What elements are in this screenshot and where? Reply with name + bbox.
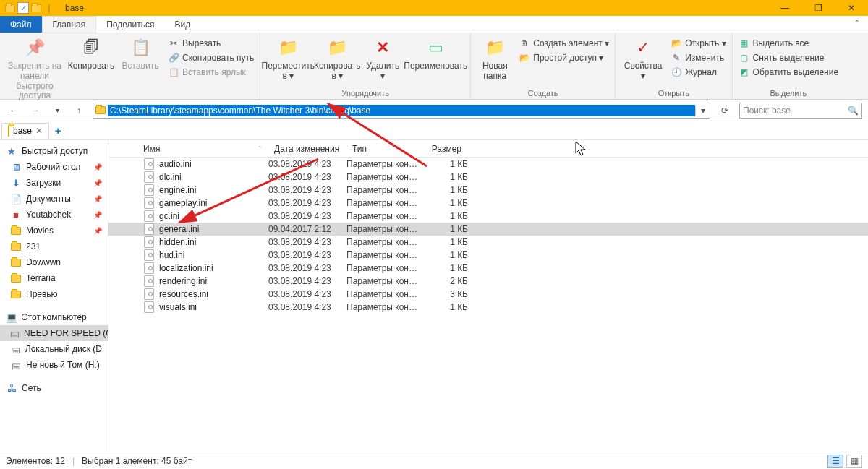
copy-button[interactable]: 🗐 Копировать bbox=[69, 36, 113, 72]
forward-button[interactable]: → bbox=[27, 103, 43, 119]
refresh-button[interactable]: ⟳ bbox=[716, 103, 733, 119]
folder-tab[interactable]: base ✕ bbox=[1, 123, 49, 139]
paste-button[interactable]: 📋 Вставить bbox=[119, 36, 162, 72]
open-button[interactable]: 📂Открыть ▾ bbox=[671, 36, 726, 51]
address-path[interactable]: C:\SteamLibrary\steamapps\common\The Wit… bbox=[108, 105, 695, 116]
ini-file-icon bbox=[143, 262, 155, 274]
file-row[interactable]: visuals.ini03.08.2019 4:23Параметры конф… bbox=[109, 301, 868, 314]
details-view-button[interactable]: ☰ bbox=[827, 455, 843, 468]
file-size: 1 КБ bbox=[420, 185, 468, 195]
new-folder-button[interactable]: 📁Новая папка bbox=[477, 36, 513, 82]
ribbon-collapse-button[interactable]: ˆ bbox=[846, 16, 868, 33]
home-tab[interactable]: Главная bbox=[42, 16, 97, 33]
file-row[interactable]: hidden.ini03.08.2019 4:23Параметры конф.… bbox=[109, 236, 868, 249]
file-size: 1 КБ bbox=[420, 211, 468, 221]
window-title: base bbox=[59, 3, 84, 13]
drive-icon: 🖴 bbox=[10, 343, 21, 355]
file-row[interactable]: gameplay.ini03.08.2019 4:23Параметры кон… bbox=[109, 197, 868, 210]
address-field[interactable]: C:\SteamLibrary\steamapps\common\The Wit… bbox=[93, 103, 710, 119]
nav-youtabchek[interactable]: ■Youtabchek📌 bbox=[0, 207, 108, 223]
qa-divider: | bbox=[43, 2, 55, 14]
file-row[interactable]: gc.ini03.08.2019 4:23Параметры конф...1 … bbox=[109, 210, 868, 223]
sort-asc-icon: ˄ bbox=[258, 145, 262, 152]
file-size: 1 КБ bbox=[420, 172, 468, 182]
file-date: 03.08.2019 4:23 bbox=[268, 198, 346, 208]
pin-icon: 📌 bbox=[93, 227, 102, 235]
address-dropdown-icon[interactable]: ▾ bbox=[695, 106, 710, 116]
cut-button[interactable]: ✂Вырезать bbox=[168, 36, 254, 51]
properties-button[interactable]: ✓Свойства ▾ bbox=[621, 36, 665, 82]
file-row[interactable]: dlc.ini03.08.2019 4:23Параметры конф...1… bbox=[109, 171, 868, 184]
select-all-button[interactable]: ▦Выделить все bbox=[739, 36, 839, 51]
file-row[interactable]: engine.ini03.08.2019 4:23Параметры конф.… bbox=[109, 184, 868, 197]
nav-nfs[interactable]: 🖴NEED FOR SPEED (G bbox=[0, 325, 108, 341]
file-pane[interactable]: Имя˄ Дата изменения Тип Размер audio.ini… bbox=[109, 140, 868, 452]
select-none-icon: ▢ bbox=[739, 52, 750, 64]
nav-231[interactable]: 231 bbox=[0, 238, 108, 254]
copy-to-button[interactable]: 📁Копировать в ▾ bbox=[315, 36, 359, 82]
copy-path-button[interactable]: 🔗Скопировать путь bbox=[168, 51, 254, 65]
rename-button[interactable]: ▭Переименовать bbox=[407, 36, 464, 72]
ini-file-icon bbox=[143, 184, 155, 196]
organize-group-title: Упорядочить bbox=[266, 87, 464, 98]
easy-access-button[interactable]: 📂Простой доступ ▾ bbox=[519, 51, 609, 65]
search-box[interactable]: Поиск: base 🔍 bbox=[739, 103, 862, 119]
select-all-icon: ▦ bbox=[739, 38, 750, 49]
up-button[interactable]: ↑ bbox=[71, 103, 87, 119]
view-tab[interactable]: Вид bbox=[164, 16, 200, 33]
file-type: Параметры конф... bbox=[346, 198, 420, 208]
back-button[interactable]: ← bbox=[6, 103, 22, 119]
history-button[interactable]: 🕘Журнал bbox=[671, 65, 726, 79]
recent-button[interactable]: ▾ bbox=[49, 103, 65, 119]
quick-access[interactable]: ★Быстрый доступ bbox=[0, 143, 108, 159]
pin-to-quick-access-button[interactable]: 📌 Закрепить на панели быстрого доступа bbox=[6, 36, 64, 101]
edit-button[interactable]: ✎Изменить bbox=[671, 51, 726, 65]
col-type[interactable]: Тип bbox=[346, 140, 420, 157]
nav-preview[interactable]: Превью bbox=[0, 286, 108, 302]
col-size[interactable]: Размер bbox=[420, 140, 468, 157]
nav-nenovy[interactable]: 🖴Не новый Том (H:) bbox=[0, 357, 108, 373]
navigation-pane[interactable]: ★Быстрый доступ 🖥Рабочий стол📌 ⬇Загрузки… bbox=[0, 140, 109, 452]
file-row[interactable]: rendering.ini03.08.2019 4:23Параметры ко… bbox=[109, 275, 868, 288]
nav-downloads[interactable]: ⬇Загрузки📌 bbox=[0, 175, 108, 191]
share-tab[interactable]: Поделиться bbox=[96, 16, 164, 33]
move-to-button[interactable]: 📁Переместить в ▾ bbox=[266, 36, 310, 82]
folder-icon bbox=[10, 288, 22, 300]
qa-folder-icon[interactable] bbox=[30, 2, 42, 14]
delete-button[interactable]: ✕Удалить ▾ bbox=[365, 36, 401, 82]
file-row[interactable]: general.ini09.04.2017 2:12Параметры конф… bbox=[109, 223, 868, 236]
select-none-button[interactable]: ▢Снять выделение bbox=[739, 51, 839, 65]
minimize-button[interactable]: — bbox=[768, 0, 801, 16]
file-row[interactable]: audio.ini03.08.2019 4:23Параметры конф..… bbox=[109, 158, 868, 171]
file-row[interactable]: localization.ini03.08.2019 4:23Параметры… bbox=[109, 262, 868, 275]
file-row[interactable]: hud.ini03.08.2019 4:23Параметры конф...1… bbox=[109, 249, 868, 262]
search-icon: 🔍 bbox=[848, 106, 859, 116]
file-row[interactable]: resources.ini03.08.2019 4:23Параметры ко… bbox=[109, 288, 868, 301]
nav-documents[interactable]: 📄Документы📌 bbox=[0, 191, 108, 207]
close-tab-icon[interactable]: ✕ bbox=[35, 126, 43, 136]
nav-network[interactable]: 🖧Сеть bbox=[0, 380, 108, 396]
col-date[interactable]: Дата изменения bbox=[268, 140, 346, 157]
close-button[interactable]: ✕ bbox=[835, 0, 868, 16]
nav-terraria[interactable]: Terraria bbox=[0, 270, 108, 286]
nav-thispc[interactable]: 💻Этот компьютер bbox=[0, 309, 108, 325]
col-name[interactable]: Имя˄ bbox=[109, 140, 268, 157]
maximize-button[interactable]: ❐ bbox=[801, 0, 835, 16]
nav-movies[interactable]: Movies📌 bbox=[0, 223, 108, 238]
invert-selection-button[interactable]: ◩Обратить выделение bbox=[739, 65, 839, 79]
qa-checkbox-icon[interactable]: ✓ bbox=[17, 2, 29, 14]
new-tab-button[interactable]: + bbox=[51, 124, 65, 138]
file-type: Параметры конф... bbox=[346, 250, 420, 260]
properties-icon: ✓ bbox=[631, 36, 655, 59]
file-date: 03.08.2019 4:23 bbox=[268, 237, 346, 247]
large-icons-view-button[interactable]: ▦ bbox=[846, 455, 862, 468]
nav-dowwwn[interactable]: Dowwwn bbox=[0, 254, 108, 270]
documents-icon: 📄 bbox=[10, 193, 22, 205]
pin-icon: 📌 bbox=[93, 211, 102, 219]
nav-local[interactable]: 🖴Локальный диск (D bbox=[0, 341, 108, 357]
new-item-button[interactable]: 🗎Создать элемент ▾ bbox=[519, 36, 609, 51]
nav-desktop[interactable]: 🖥Рабочий стол📌 bbox=[0, 159, 108, 175]
file-tab[interactable]: Файл bbox=[0, 16, 42, 33]
paste-shortcut-button[interactable]: 📋Вставить ярлык bbox=[168, 65, 254, 79]
star-icon: ★ bbox=[6, 145, 17, 157]
